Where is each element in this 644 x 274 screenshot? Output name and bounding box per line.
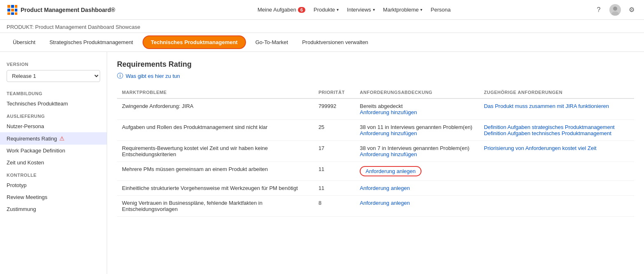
svg-rect-1: [11, 5, 14, 8]
anforderung-anlegen-button[interactable]: Anforderung anlegen: [360, 185, 410, 191]
cell-prioritat: 8: [314, 196, 355, 217]
version-label: VERSION: [0, 59, 107, 68]
main-layout: VERSION Release 1 Release 2 Release 3 TE…: [0, 52, 644, 274]
sidebar-item-zustimmung[interactable]: Zustimmung: [0, 203, 107, 215]
svg-rect-4: [11, 9, 14, 12]
sidebar-item-zeit-und-kosten[interactable]: Zeit und Kosten: [0, 157, 107, 169]
zugehoerige-anforderung[interactable]: Priorisierung von Anforderungen kostet v…: [484, 145, 629, 151]
sidebar-item-work-package-definition[interactable]: Work Package Definition: [0, 145, 107, 157]
cell-anforderungsabdeckung: 38 von 7 in Interviews genannten Problem…: [355, 141, 479, 162]
breadcrumb: PRODUKT: Product Management Dashboard Sh…: [0, 20, 644, 33]
section-teambildung-label: TEAMBILDUNG: [0, 87, 107, 98]
cell-zugehoerige: Priorisierung von Anforderungen kostet v…: [479, 141, 634, 162]
sidebar-item-review-meetings[interactable]: Review Meetings: [0, 191, 107, 203]
nav-produkte[interactable]: Produkte ▾: [314, 7, 339, 13]
svg-point-9: [613, 7, 617, 11]
tab-strategisches[interactable]: Strategisches Produktmanagement: [43, 35, 139, 50]
requirements-table: MARKTPROBLEME PRIORITÄT ANFORDERUNGSABDE…: [117, 87, 634, 217]
anforderung-anlegen-button[interactable]: Anforderung anlegen: [360, 200, 410, 206]
col-header-anforderungsabdeckung: ANFORDERUNGSABDECKUNG: [355, 87, 479, 98]
help-icon: ⓘ: [117, 72, 123, 80]
cell-zugehoerige: [479, 196, 634, 217]
section-auslieferung-label: AUSLIEFERUNG: [0, 110, 107, 120]
cell-zugehoerige: Das Produkt muss zusammen mit JIRA funkt…: [479, 98, 634, 120]
cell-anforderungsabdeckung: Anforderung anlegen: [355, 162, 479, 181]
sidebar-item-requirements-rating[interactable]: Requirements Rating ⚠: [0, 132, 107, 145]
cell-prioritat: 25: [314, 120, 355, 141]
svg-rect-6: [7, 12, 10, 15]
sidebar-item-nutzer-persona[interactable]: Nutzer-Persona: [0, 120, 107, 132]
table-row: Wenig Vertrauen in Businesspläne, fehlen…: [117, 196, 634, 217]
svg-rect-5: [15, 9, 17, 12]
cell-anforderungsabdeckung: 38 von 11 in Interviews genannten Proble…: [355, 120, 479, 141]
anforderung-anlegen-button[interactable]: Anforderung anlegen: [360, 166, 421, 176]
help-link[interactable]: ⓘ Was gibt es hier zu tun: [117, 72, 634, 80]
cell-prioritat: 17: [314, 141, 355, 162]
cell-zugehoerige: [479, 181, 634, 196]
cell-marktproblem: Requirements-Bewertung kostet viel Zeit …: [117, 141, 314, 162]
top-nav: Product Management Dashboard® Meine Aufg…: [0, 0, 644, 20]
interviews-chevron: ▾: [373, 7, 375, 12]
avatar[interactable]: [609, 4, 621, 16]
svg-rect-8: [15, 12, 17, 15]
svg-point-10: [611, 12, 619, 16]
table-row: Requirements-Bewertung kostet viel Zeit …: [117, 141, 634, 162]
cell-zugehoerige: [479, 162, 634, 181]
settings-button[interactable]: ⚙: [626, 4, 637, 16]
table-row: Einheitliche strukturierte Vorgehensweis…: [117, 181, 634, 196]
nav-interviews[interactable]: Interviews ▾: [347, 7, 375, 13]
anforderung-hinzufuegen-link[interactable]: Anforderung hinzufügen: [360, 130, 474, 136]
produkte-chevron: ▾: [337, 7, 339, 12]
logo-icon: [7, 4, 18, 16]
cell-zugehoerige: Definition Aufgaben strategisches Produk…: [479, 120, 634, 141]
app-logo: Product Management Dashboard®: [7, 4, 115, 16]
svg-rect-3: [7, 9, 10, 12]
svg-rect-0: [7, 5, 10, 8]
content-title: Requirements Rating: [117, 60, 634, 69]
table-row: Mehrere PMs müssen gemeinsam an einem Pr…: [117, 162, 634, 181]
nav-actions: ? ⚙: [593, 4, 637, 16]
aufgaben-badge: 6: [298, 7, 305, 13]
nav-persona[interactable]: Persona: [431, 7, 450, 13]
nav-marktprobleme[interactable]: Marktprobleme ▾: [383, 7, 423, 13]
svg-rect-7: [11, 12, 14, 15]
anforderung-hinzufuegen-link[interactable]: Anforderung hinzufügen: [360, 109, 474, 115]
requirements-alert-icon: ⚠: [59, 135, 65, 142]
table-row: Zwingende Anforderung: JIRA799992Bereits…: [117, 98, 634, 120]
cell-anforderungsabdeckung: Anforderung anlegen: [355, 181, 479, 196]
cell-prioritat: 11: [314, 181, 355, 196]
sidebar: VERSION Release 1 Release 2 Release 3 TE…: [0, 52, 107, 274]
col-header-zugehoerige: ZUGEHÖRIGE ANFORDERUNGEN: [479, 87, 634, 98]
nav-links: Meine Aufgaben 6 Produkte ▾ Interviews ▾…: [125, 7, 583, 13]
tab-uebersicht[interactable]: Übersicht: [7, 35, 42, 50]
tab-go-to-market[interactable]: Go-To-Market: [249, 35, 294, 50]
cell-anforderungsabdeckung: Anforderung anlegen: [355, 196, 479, 217]
content-area: Requirements Rating ⓘ Was gibt es hier z…: [107, 52, 644, 274]
cell-anforderungsabdeckung: Bereits abgedecktAnforderung hinzufügen: [355, 98, 479, 120]
cell-marktproblem: Wenig Vertrauen in Businesspläne, fehlen…: [117, 196, 314, 217]
help-button[interactable]: ?: [593, 4, 604, 16]
cell-marktproblem: Zwingende Anforderung: JIRA: [117, 98, 314, 120]
sidebar-item-technisches-produktteam[interactable]: Technisches Produktteam: [0, 98, 107, 110]
svg-rect-2: [15, 5, 17, 8]
col-header-prioritat: PRIORITÄT: [314, 87, 355, 98]
app-title: Product Management Dashboard®: [21, 7, 115, 13]
cell-prioritat: 11: [314, 162, 355, 181]
cell-marktproblem: Einheitliche strukturierte Vorgehensweis…: [117, 181, 314, 196]
table-row: Aufgaben und Rollen des Produktmanagemen…: [117, 120, 634, 141]
tab-technisches[interactable]: Technisches Produktmanagement: [143, 35, 246, 49]
anforderung-hinzufuegen-link[interactable]: Anforderung hinzufügen: [360, 151, 474, 157]
zugehoerige-anforderung[interactable]: Das Produkt muss zusammen mit JIRA funkt…: [484, 103, 629, 109]
col-header-marktprobleme: MARKTPROBLEME: [117, 87, 314, 98]
zugehoerige-anforderung[interactable]: Definition Aufgaben strategisches Produk…: [484, 124, 629, 130]
cell-marktproblem: Aufgaben und Rollen des Produktmanagemen…: [117, 120, 314, 141]
cell-marktproblem: Mehrere PMs müssen gemeinsam an einem Pr…: [117, 162, 314, 181]
nav-meine-aufgaben[interactable]: Meine Aufgaben 6: [258, 7, 305, 13]
version-select[interactable]: Release 1 Release 2 Release 3: [7, 70, 100, 82]
sidebar-item-prototyp[interactable]: Prototyp: [0, 179, 107, 191]
cell-prioritat: 799992: [314, 98, 355, 120]
tab-produktversionen[interactable]: Produktversionen verwalten: [296, 35, 374, 50]
marktprobleme-chevron: ▾: [420, 7, 422, 12]
zugehoerige-anforderung[interactable]: Definition Aufgaben technisches Produktm…: [484, 130, 629, 136]
section-kontrolle-label: KONTROLLE: [0, 169, 107, 179]
